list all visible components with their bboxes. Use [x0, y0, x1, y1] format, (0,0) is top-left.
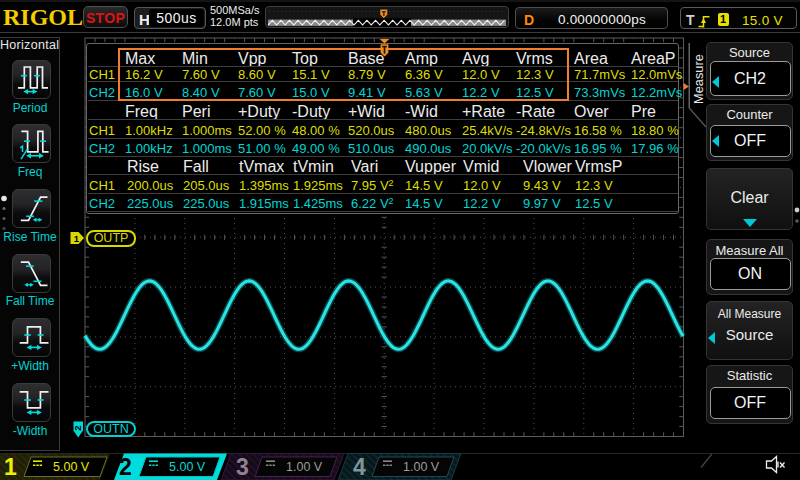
svg-text:5.00 V: 5.00 V — [53, 460, 90, 474]
svg-text:4: 4 — [353, 454, 366, 480]
svg-text:1.00 V: 1.00 V — [286, 460, 323, 474]
svg-text:5.00 V: 5.00 V — [169, 460, 206, 474]
svg-text:3: 3 — [236, 454, 249, 480]
svg-text:2: 2 — [119, 454, 132, 480]
svg-text:1: 1 — [4, 454, 17, 480]
svg-text:1.00 V: 1.00 V — [403, 460, 440, 474]
svg-text:2: 2 — [72, 425, 83, 430]
svg-text:1: 1 — [74, 233, 80, 244]
